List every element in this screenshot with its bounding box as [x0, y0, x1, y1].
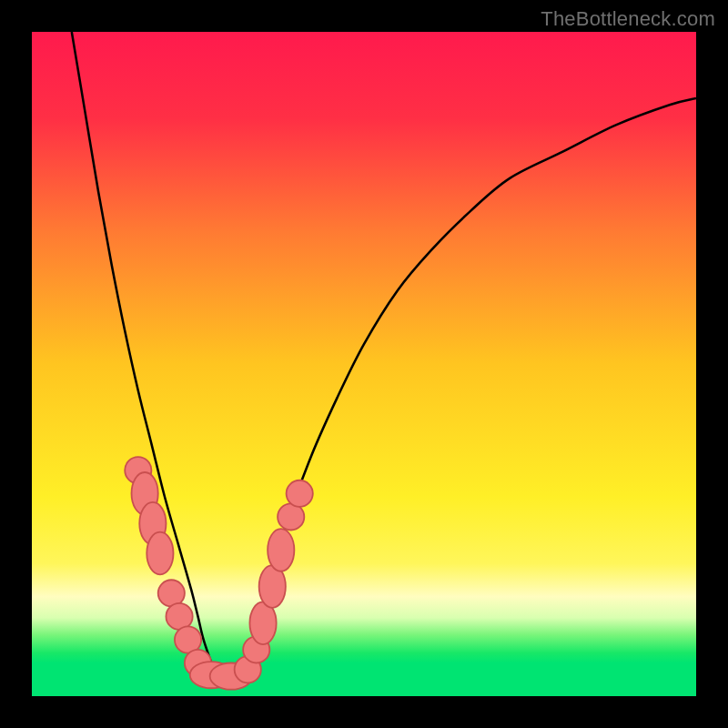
plot-area	[32, 32, 696, 696]
outer-frame: TheBottleneck.com	[0, 0, 728, 728]
marker-point	[287, 480, 313, 507]
marker-point	[268, 529, 294, 571]
curve-markers	[125, 457, 313, 690]
chart-svg	[32, 32, 696, 696]
marker-point	[147, 532, 173, 575]
watermark-text: TheBottleneck.com	[541, 7, 715, 31]
